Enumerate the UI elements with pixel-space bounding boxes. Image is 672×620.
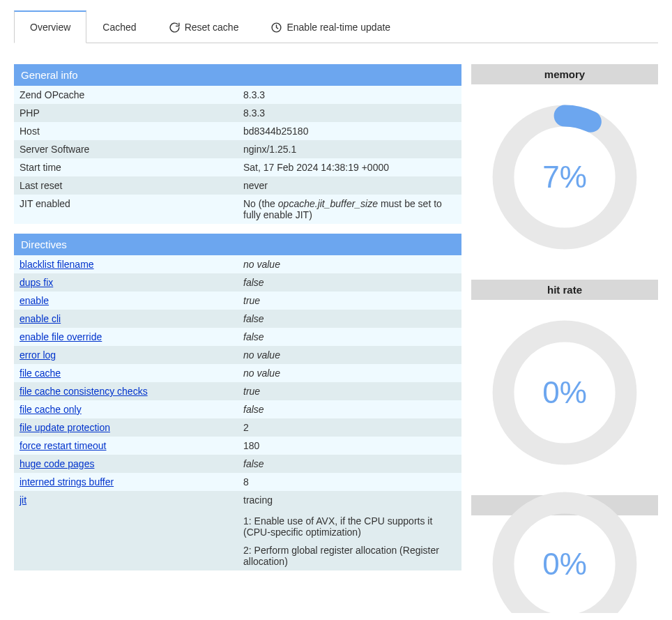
general-info-table: Zend OPcache8.3.3PHP8.3.3Hostbd8344b2518… — [14, 86, 461, 224]
table-row: file cacheno value — [14, 364, 461, 382]
table-row: dups fixfalse — [14, 273, 461, 292]
info-label: Host — [14, 122, 238, 140]
directives-panel: Directives blacklist filenameno valuedup… — [14, 234, 461, 570]
directives-header: Directives — [14, 234, 461, 255]
directive-link[interactable]: file update protection — [20, 422, 110, 433]
table-row: huge code pagesfalse — [14, 455, 461, 473]
table-row: interned strings buffer8 — [14, 473, 461, 491]
directive-label: enable — [14, 292, 238, 310]
directive-label: interned strings buffer — [14, 473, 238, 491]
directive-label: file update protection — [14, 418, 238, 437]
directive-link[interactable]: interned strings buffer — [20, 476, 114, 487]
hitrate-gauge-percent: 0% — [542, 375, 587, 410]
directive-value: no value — [238, 255, 461, 273]
tab-realtime-update[interactable]: Enable real-time update — [254, 11, 406, 43]
info-label: Zend OPcache — [14, 86, 238, 104]
directive-link[interactable]: file cache consistency checks — [20, 386, 148, 397]
table-row: force restart timeout180 — [14, 437, 461, 455]
directive-label: file cache only — [14, 400, 238, 418]
general-info-header: General info — [14, 64, 461, 86]
table-row: enable clifalse — [14, 310, 461, 328]
hitrate-gauge-title: hit rate — [471, 280, 658, 300]
directive-link[interactable]: error log — [20, 349, 56, 361]
directive-value: no value — [238, 364, 461, 382]
clock-icon — [270, 22, 282, 33]
directive-value: 8 — [238, 473, 461, 491]
info-label: Last reset — [14, 176, 238, 195]
directive-label: file cache consistency checks — [14, 382, 238, 400]
keys-gauge: 0% — [471, 515, 658, 613]
info-value: 8.3.3 — [238, 104, 461, 122]
table-row: Server Softwarenginx/1.25.1 — [14, 140, 461, 158]
directive-value: false — [238, 400, 461, 418]
table-row: file cache onlyfalse — [14, 400, 461, 418]
table-row: jittracing1: Enable use of AVX, if the C… — [14, 491, 461, 570]
hitrate-gauge-panel: hit rate 0% — [471, 280, 658, 485]
tab-bar: Overview Cached Reset cache Enable real-… — [14, 10, 658, 43]
info-value: Sat, 17 Feb 2024 14:38:19 +0000 — [238, 158, 461, 176]
directive-value: true — [238, 292, 461, 310]
directive-value: true — [238, 382, 461, 400]
directive-label: file cache — [14, 364, 238, 382]
memory-gauge-title: memory — [471, 64, 658, 84]
directive-label: huge code pages — [14, 455, 238, 473]
table-row: Last resetnever — [14, 176, 461, 195]
info-label: JIT enabled — [14, 195, 238, 224]
directive-link[interactable]: file cache only — [20, 404, 82, 415]
tab-reset-label: Reset cache — [185, 22, 239, 33]
directive-label: blacklist filename — [14, 255, 238, 273]
table-row: Hostbd8344b25180 — [14, 122, 461, 140]
directive-link[interactable]: jit — [20, 494, 26, 506]
table-row: enable file overridefalse — [14, 328, 461, 346]
tab-cached-label: Cached — [102, 22, 136, 33]
directive-label: jit — [14, 491, 238, 570]
table-row: blacklist filenameno value — [14, 255, 461, 273]
directive-value: 180 — [238, 437, 461, 455]
memory-gauge-percent: 7% — [542, 160, 587, 195]
directive-value: false — [238, 273, 461, 292]
info-value: No (the opcache.jit_buffer_size must be … — [238, 195, 461, 224]
table-row: file update protection2 — [14, 418, 461, 437]
tab-cached[interactable]: Cached — [86, 11, 152, 43]
directive-label: enable file override — [14, 328, 238, 346]
info-label: Server Software — [14, 140, 238, 158]
table-row: enabletrue — [14, 292, 461, 310]
keys-gauge-percent: 0% — [542, 547, 587, 582]
directive-link[interactable]: enable — [20, 295, 49, 306]
info-value: bd8344b25180 — [238, 122, 461, 140]
directive-value: false — [238, 455, 461, 473]
directive-link[interactable]: huge code pages — [20, 458, 94, 469]
tab-overview[interactable]: Overview — [14, 10, 86, 43]
info-value: never — [238, 176, 461, 195]
directive-label: enable cli — [14, 310, 238, 328]
directive-link[interactable]: blacklist filename — [20, 259, 94, 270]
table-row: Start timeSat, 17 Feb 2024 14:38:19 +000… — [14, 158, 461, 176]
info-value: nginx/1.25.1 — [238, 140, 461, 158]
table-row: file cache consistency checkstrue — [14, 382, 461, 400]
info-value: 8.3.3 — [238, 86, 461, 104]
info-label: PHP — [14, 104, 238, 122]
directive-label: force restart timeout — [14, 437, 238, 455]
table-row: Zend OPcache8.3.3 — [14, 86, 461, 104]
keys-gauge-panel: keys 0% — [471, 495, 658, 613]
tab-reset-cache[interactable]: Reset cache — [153, 11, 255, 43]
info-label: Start time — [14, 158, 238, 176]
directive-value: tracing1: Enable use of AVX, if the CPU … — [238, 491, 461, 570]
reset-icon — [169, 22, 181, 33]
general-info-panel: General info Zend OPcache8.3.3PHP8.3.3Ho… — [14, 64, 461, 224]
directive-link[interactable]: enable file override — [20, 331, 102, 342]
hitrate-gauge: 0% — [471, 300, 658, 485]
directive-value: false — [238, 328, 461, 346]
directive-link[interactable]: dups fix — [20, 277, 53, 288]
table-row: error logno value — [14, 346, 461, 364]
directive-link[interactable]: force restart timeout — [20, 440, 107, 451]
directive-value: no value — [238, 346, 461, 364]
directive-value: 2 — [238, 418, 461, 437]
table-row: PHP8.3.3 — [14, 104, 461, 122]
memory-gauge: 7% — [471, 84, 658, 270]
directive-label: error log — [14, 346, 238, 364]
directive-label: dups fix — [14, 273, 238, 292]
directives-table: blacklist filenameno valuedups fixfalsee… — [14, 255, 461, 570]
directive-link[interactable]: enable cli — [20, 313, 61, 324]
directive-link[interactable]: file cache — [20, 368, 61, 379]
